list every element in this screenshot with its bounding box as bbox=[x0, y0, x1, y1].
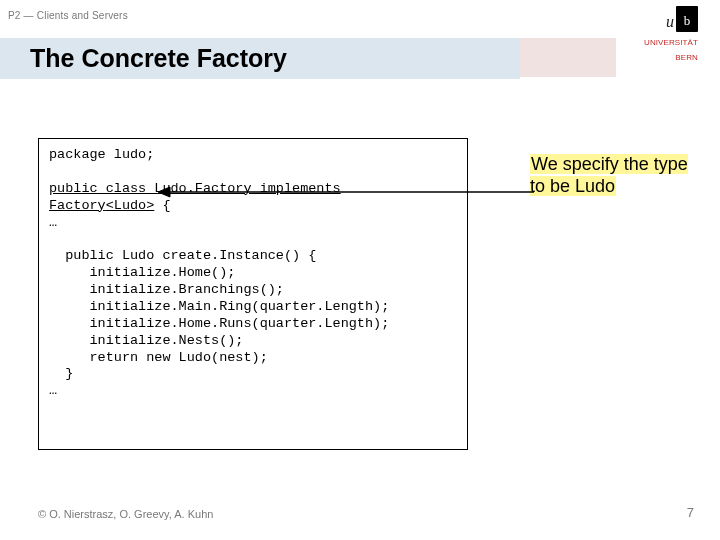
logo-letter-u: u bbox=[666, 14, 674, 30]
page-title: The Concrete Factory bbox=[30, 44, 520, 73]
logo-text-line1: UNIVERSITÄT bbox=[620, 38, 698, 47]
code-line-7: initialize.Home(); bbox=[49, 265, 235, 280]
slide: P2 — Clients and Servers u b UNIVERSITÄT… bbox=[0, 0, 720, 540]
logo-mark: u b bbox=[620, 2, 698, 32]
topbar: P2 — Clients and Servers u b UNIVERSITÄT… bbox=[0, 0, 720, 38]
code-line-3b: Factory bbox=[49, 198, 106, 213]
code-line-14: … bbox=[49, 383, 57, 398]
logo-unibe: u b UNIVERSITÄT BERN bbox=[620, 2, 698, 62]
code-line-11: initialize.Nests(); bbox=[49, 333, 243, 348]
code-box: package ludo; public class Ludo.Factory … bbox=[38, 138, 468, 450]
title-band: The Concrete Factory bbox=[0, 38, 520, 79]
code-line-12: return new Ludo(nest); bbox=[49, 350, 268, 365]
annotation-text: We specify the type to be Ludo bbox=[530, 154, 688, 196]
code-line-9: initialize.Main.Ring(quarter.Length); bbox=[49, 299, 389, 314]
svg-marker-1 bbox=[158, 187, 170, 197]
code-line-8: initialize.Branchings(); bbox=[49, 282, 284, 297]
page-number: 7 bbox=[687, 505, 694, 520]
logo-text-line2: BERN bbox=[620, 53, 698, 62]
code-line-13: } bbox=[49, 366, 73, 381]
title-band-tail bbox=[520, 38, 616, 77]
code-line-1: package ludo; bbox=[49, 147, 154, 162]
breadcrumb: P2 — Clients and Servers bbox=[8, 10, 128, 21]
code-line-10: initialize.Home.Runs(quarter.Length); bbox=[49, 316, 389, 331]
logo-letter-b: b bbox=[684, 11, 691, 32]
code-line-6: public Ludo create.Instance() { bbox=[49, 248, 316, 263]
logo-box: b bbox=[676, 6, 698, 32]
code-type-param: <Ludo> bbox=[106, 198, 155, 213]
code-line-4: … bbox=[49, 215, 57, 230]
annotation-callout: We specify the type to be Ludo bbox=[530, 154, 702, 197]
footer-copyright: © O. Nierstrasz, O. Greevy, A. Kuhn bbox=[38, 508, 213, 520]
arrow-icon bbox=[158, 186, 538, 206]
